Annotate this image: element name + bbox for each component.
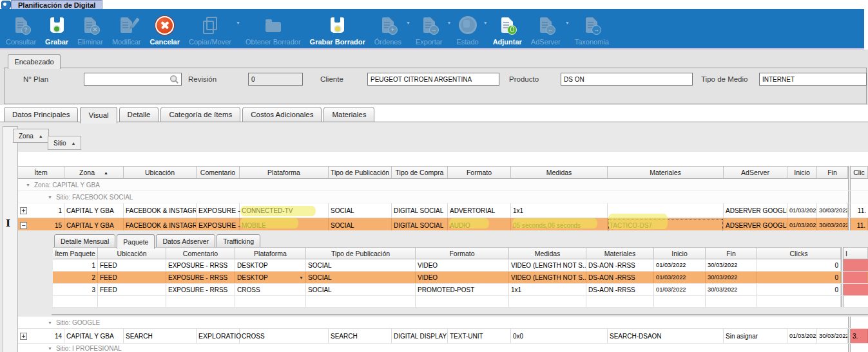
cell-inicio[interactable]: 01/03/2022 [787, 329, 817, 343]
group-row-zona-capital[interactable]: ▼Zona: CAPITAL Y GBA [18, 179, 868, 191]
tab-datos-principales[interactable]: Datos Principales [4, 107, 78, 122]
cell-fin[interactable]: 30/03/2022 [706, 272, 757, 283]
cell-tipo-publicacion[interactable]: SOCIAL [329, 203, 392, 218]
groupby-chip-zona[interactable]: Zona▲ [13, 129, 49, 143]
tab-costos-adicionales[interactable]: Costos Adicionales [242, 107, 322, 122]
cell-medidas[interactable]: VIDEO (LENGTH NOT S... [509, 272, 586, 283]
cell-medidas[interactable]: 1x1 [511, 203, 608, 218]
paquete-row-empty[interactable] [53, 296, 868, 308]
cell-clic-alert[interactable]: 3. [851, 329, 868, 343]
cell-comentario[interactable]: EXPOSURE - RRSS [166, 259, 235, 271]
col-header-formato[interactable]: Formato [448, 166, 511, 179]
cell-inicio[interactable]: 01/03/2022 [654, 284, 706, 295]
tab-trafficking[interactable]: Trafficking [217, 234, 260, 248]
col-header-plataforma[interactable]: Plataforma [235, 247, 306, 259]
col-header-clic[interactable]: Clic [851, 166, 868, 179]
cell-zona[interactable]: CAPITAL Y GBA [64, 203, 124, 218]
cell-materiales[interactable]: DS-AON -RRSS [586, 272, 654, 283]
cell-comentario[interactable]: EXPOSURE - RRSS [166, 272, 235, 283]
col-header-plataforma[interactable]: Plataforma [240, 166, 329, 179]
grabar-borrador-button[interactable]: Grabar Borrador [305, 9, 370, 48]
cell-tipo-compra[interactable]: DIGITAL DISPLAY [392, 329, 448, 343]
cell-clicks[interactable]: 0 [757, 272, 841, 283]
paquete-row-1[interactable]: 1 FEED EXPOSURE - RRSS DESKTOP SOCIAL VI… [53, 259, 868, 272]
cliente-field[interactable]: PEUGEOT CITROEN ARGENTINA [367, 73, 499, 86]
cell-formato[interactable]: TEXT-UNIT [448, 329, 511, 343]
cell-inicio[interactable]: 01/03/2022 [654, 272, 706, 283]
grid-row-item-14[interactable]: +14 CAPITAL Y GBA SEARCH EXPLORATIO CROS… [18, 329, 868, 344]
paquete-row-2-selected[interactable]: 2 FEED EXPOSURE - RRSS DESKTOP▼ SOCIAL V… [53, 272, 868, 284]
plan-search-input[interactable] [84, 73, 182, 86]
cell-inicio[interactable]: 01/03/2022 [787, 203, 817, 218]
grid-row-item-1[interactable]: +1 CAPITAL Y GBA FACEBOOK & INSTAGRAM EX… [18, 203, 868, 218]
producto-field[interactable]: DS ON [561, 73, 693, 86]
cell-tipo-publicacion[interactable]: SEARCH [329, 329, 392, 343]
cell-materiales[interactable]: SEARCH-DSAON [608, 329, 724, 343]
col-header-tipo-publicacion[interactable]: Tipo de Publicación [329, 166, 392, 179]
col-header-item[interactable]: Ítem [18, 166, 64, 179]
tab-categoria-de-items[interactable]: Categoría de ítems [160, 107, 240, 122]
cell-zona[interactable]: CAPITAL Y GBA [64, 329, 124, 343]
copiar-mover-menu-arrow[interactable]: ▼ [236, 9, 241, 48]
col-header-ubicacion[interactable]: Ubicación [124, 166, 197, 179]
cell-plataforma[interactable]: DESKTOP [235, 259, 306, 271]
col-header-fin[interactable]: Fin [706, 247, 757, 259]
cell-fin[interactable]: 30/03/2022 [706, 284, 757, 295]
chevron-down-icon[interactable]: ▼ [296, 275, 304, 280]
cell-clicks[interactable]: 0 [757, 259, 841, 271]
cell-materiales[interactable] [608, 203, 724, 218]
cell-clic[interactable]: 11. [851, 203, 868, 218]
exportar-menu-arrow[interactable]: ▼ [447, 9, 452, 48]
cell-item[interactable]: +14 [18, 329, 64, 343]
expand-plus-icon[interactable]: + [20, 333, 27, 340]
col-header-inicio[interactable]: Inicio [787, 166, 817, 179]
cell-inicio[interactable]: 01/03/2022 [654, 259, 706, 271]
tab-encabezado[interactable]: Encabezado [8, 54, 61, 69]
tab-detalle[interactable]: Detalle [119, 107, 159, 122]
cell-materiales[interactable]: DS-AON -RRSS [586, 284, 654, 295]
cell-ubicacion[interactable]: FEED [98, 284, 166, 295]
cell-clicks[interactable]: 0 [757, 284, 841, 295]
cell-tipo-compra[interactable]: DIGITAL SOCIAL [392, 203, 448, 218]
col-header-fin[interactable]: Fin [817, 166, 848, 179]
group-row-sitio-facebook[interactable]: ▼Sitio: FACEBOOK SOCIAL [18, 191, 868, 203]
cell-plataforma[interactable]: CONNECTED-TV [240, 203, 329, 218]
cancelar-button[interactable]: Cancelar [146, 9, 184, 48]
cell-tipo-publicacion[interactable]: SOCIAL [306, 272, 416, 283]
cell-comentario[interactable]: EXPOSURE - [197, 203, 240, 218]
col-header-materiales[interactable]: Materiales [586, 247, 654, 259]
cell-item[interactable]: +1 [18, 203, 64, 218]
col-header-medidas[interactable]: Medidas [511, 166, 608, 179]
group-row-sitio-google[interactable]: ▼Sitio: GOOGLE [18, 317, 868, 329]
cell-fin[interactable]: 30/03/2022 [817, 329, 848, 343]
col-header-medidas[interactable]: Medidas [509, 247, 586, 259]
cell-plataforma[interactable]: CROSS [235, 284, 306, 295]
col-header-materiales[interactable]: Materiales [608, 166, 724, 179]
tipo-medio-field[interactable]: INTERNET [759, 73, 867, 86]
cell-fin[interactable]: 30/03/2022 [817, 203, 848, 218]
cell-formato[interactable]: VIDEO [416, 272, 509, 283]
cell-impresiones-alert[interactable] [844, 259, 868, 271]
col-header-impresiones[interactable]: I [844, 247, 868, 259]
col-header-tipo-publicacion[interactable]: Tipo de Publicación [306, 247, 416, 259]
cell-plataforma[interactable]: CROSS [240, 329, 329, 343]
estado-menu-arrow[interactable]: ▼ [483, 9, 488, 48]
cell-item-paquete[interactable]: 3 [53, 284, 98, 295]
ordenes-menu-arrow[interactable]: ▼ [406, 9, 411, 48]
collapse-minus-icon[interactable]: − [20, 222, 27, 229]
cell-tipo-publicacion[interactable]: SOCIAL [306, 259, 416, 271]
cell-medidas[interactable]: 0x0 [511, 329, 608, 343]
cell-impresiones-alert[interactable] [844, 284, 868, 295]
cell-fin[interactable]: 30/03/2022 [706, 259, 757, 271]
tab-visual[interactable]: Visual [80, 107, 117, 124]
group-row-sitio-profesional[interactable]: ▼Sitio: I PROFESIONAL [18, 344, 868, 352]
cell-formato[interactable]: VIDEO [416, 259, 509, 271]
col-header-formato[interactable]: Formato [416, 247, 509, 259]
tab-datos-adserver[interactable]: Datos Adserver [156, 234, 215, 248]
cell-materiales[interactable]: DS-AON -RRSS [586, 259, 654, 271]
col-header-item-paquete[interactable]: Ítem Paquete [53, 247, 98, 259]
col-header-adserver[interactable]: AdServer [724, 166, 787, 179]
cell-item-paquete[interactable]: 1 [53, 259, 98, 271]
col-header-tipo-compra[interactable]: Tipo de Compra [392, 166, 448, 179]
col-header-clicks[interactable]: Clicks [757, 247, 841, 259]
